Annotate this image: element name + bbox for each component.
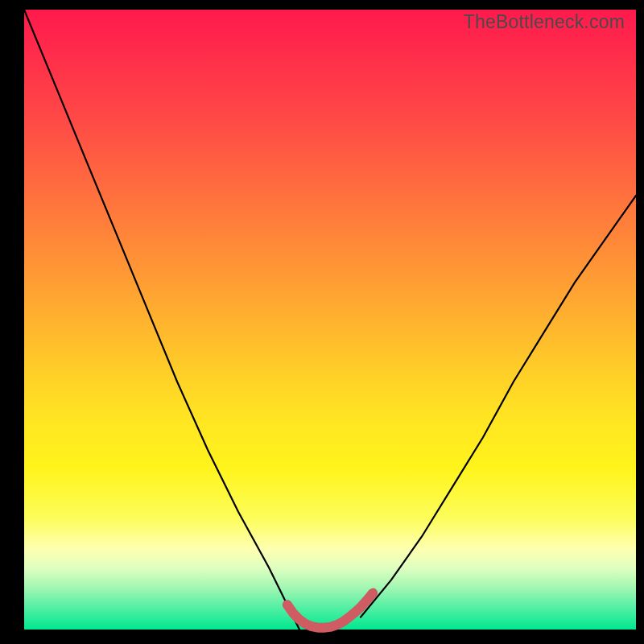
- plot-area: TheBottleneck.com: [24, 10, 636, 630]
- chart-frame: TheBottleneck.com: [0, 0, 644, 644]
- curves-svg: [24, 10, 636, 630]
- right-curve-path: [361, 196, 636, 617]
- valley-highlight-path: [287, 593, 373, 628]
- left-curve-path: [24, 10, 299, 630]
